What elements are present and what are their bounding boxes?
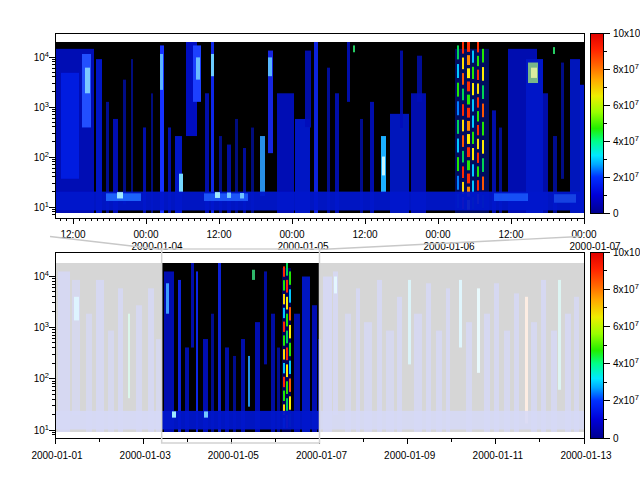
bottom-colorbar: 02x1074x1076x1078x10710x107 (590, 245, 640, 444)
spectral-burst-segment (457, 120, 459, 134)
spectral-streak (204, 411, 208, 417)
spectral-streak (248, 356, 250, 407)
spectral-streak (314, 42, 318, 213)
colorbar-tick-label: 8x107 (613, 282, 639, 295)
spectral-burst-segment (482, 104, 484, 118)
spectral-streak (531, 68, 537, 78)
spectral-burst-segment (283, 294, 285, 304)
spectral-burst-segment (286, 348, 288, 361)
spectral-burst-segment (462, 104, 464, 116)
spectral-burst-segment (457, 101, 459, 115)
x-tick-date-label: 2000-01-13 (560, 450, 612, 461)
spectral-burst-segment (457, 45, 459, 59)
spectrogram-figure: 10110210310412:0000:002000-01-0412:0000:… (0, 0, 640, 480)
spectral-streak (160, 54, 163, 90)
colorbar-tick-label: 4x107 (613, 134, 639, 147)
spectral-burst-segment (286, 381, 288, 394)
dim-overlay (55, 262, 162, 433)
colorbar-tick-label: 2x107 (613, 170, 639, 183)
spectral-burst-segment (472, 67, 474, 79)
spectral-burst-segment (477, 97, 479, 107)
spectral-streak (252, 270, 255, 280)
colorbar-tick-label: 0 (613, 433, 619, 444)
spectral-streak (96, 59, 102, 213)
spectral-burst-segment (289, 289, 291, 302)
spectral-burst-segment (477, 153, 479, 163)
spectral-burst-segment (283, 322, 285, 332)
spectral-burst-segment (457, 157, 459, 171)
spectral-burst-segment (289, 343, 291, 356)
spectral-burst-segment (462, 42, 464, 54)
x-tick-time-label: 00:00 (133, 229, 158, 240)
x-tick-date-label: 2000-01-07 (296, 450, 348, 461)
spectral-burst-segment (462, 89, 464, 101)
spectral-burst-segment (283, 349, 285, 359)
spectral-burst-segment (472, 164, 474, 176)
spectral-burst-segment (477, 83, 479, 93)
spectral-burst-segment (457, 64, 459, 78)
colorbar-tick-label: 6x107 (613, 319, 639, 332)
spectral-burst-segment (467, 174, 470, 184)
spectral-streak (302, 277, 310, 432)
top-heatmap[interactable] (56, 42, 585, 213)
spectral-streak (166, 283, 169, 313)
spectral-burst-segment (472, 181, 474, 193)
spectral-burst-segment (283, 391, 285, 401)
spectral-streak (117, 192, 123, 198)
spectral-streak (327, 68, 330, 213)
x-tick-date-label: 2000-01-04 (132, 241, 184, 252)
y-tick-label: 104 (34, 269, 49, 282)
spectral-streak (382, 157, 385, 176)
x-tick-time-label: 12:00 (206, 229, 231, 240)
spectral-burst-segment (283, 308, 285, 318)
colorbar-tick-label: 0 (613, 208, 619, 219)
colorbar-tick-label: 8x107 (613, 62, 639, 75)
spectral-burst-segment (289, 378, 291, 391)
spectral-burst-segment (477, 111, 479, 121)
spectral-burst-segment (462, 58, 464, 70)
spectral-streak (178, 280, 181, 432)
dim-overlay (320, 262, 585, 433)
spectral-burst-segment (472, 132, 474, 144)
spectral-streak (163, 411, 321, 430)
spectral-burst-segment (482, 140, 484, 154)
spectral-burst-segment (286, 398, 288, 411)
colorbar-gradient (590, 33, 603, 213)
spectral-burst-segment (462, 120, 464, 132)
spectral-streak (215, 192, 220, 198)
spectral-streak (179, 174, 183, 193)
spectral-streak (196, 271, 198, 432)
x-tick-date-label: 2000-01-01 (31, 450, 83, 461)
spectral-streak (172, 411, 176, 417)
spectral-burst-segment (472, 148, 474, 160)
spectral-streak (211, 54, 214, 76)
spectral-burst-segment (482, 177, 484, 191)
figure: 10110210310412:0000:002000-01-0412:0000:… (0, 0, 640, 480)
spectral-burst-segment (457, 139, 459, 153)
spectral-burst-segment (467, 134, 470, 144)
spectral-burst-segment (467, 68, 470, 78)
spectral-burst-segment (286, 364, 288, 377)
spectral-streak (240, 193, 244, 198)
spectral-burst-segment (472, 83, 474, 95)
spectral-burst-segment (457, 176, 459, 190)
x-tick-time-label: 12:00 (498, 229, 523, 240)
colorbar-tick-label: 10x107 (613, 26, 640, 39)
spectral-streak (191, 263, 194, 348)
spectral-streak (353, 45, 355, 52)
x-tick-time-label: 00:00 (279, 229, 304, 240)
y-tick-label: 102 (34, 150, 49, 163)
spectral-burst-segment (477, 70, 479, 80)
spectral-burst-segment (467, 108, 470, 118)
x-tick-date-label: 2000-01-11 (473, 450, 524, 461)
y-tick-label: 104 (34, 50, 49, 63)
spectral-burst-segment (462, 166, 464, 178)
top-colorbar: 02x1074x1076x1078x10710x107 (590, 26, 640, 219)
spectral-burst-segment (467, 121, 470, 131)
x-tick-time-label: 00:00 (571, 229, 596, 240)
y-tick-label: 101 (34, 200, 49, 213)
spectral-streak (305, 51, 311, 128)
spectral-burst-segment (467, 160, 470, 170)
x-tick-date-label: 2000-01-05 (208, 450, 260, 461)
colorbar-gradient (590, 252, 603, 438)
